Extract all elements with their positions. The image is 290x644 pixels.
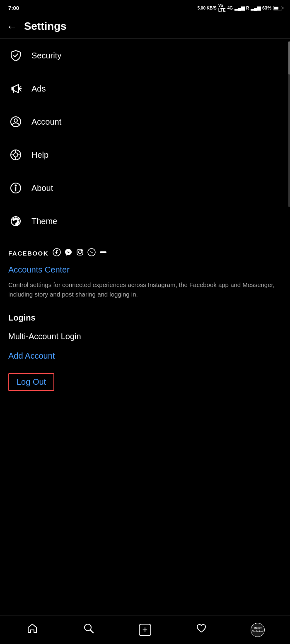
network-type: VoLTE <box>218 3 226 12</box>
megaphone-icon <box>8 81 23 96</box>
svg-point-18 <box>17 219 19 220</box>
logout-button[interactable]: Log Out <box>8 373 54 391</box>
svg-point-5 <box>14 119 17 122</box>
help-label: Help <box>31 150 48 160</box>
facebook-brand-label: FACEBOOK <box>8 250 48 257</box>
scrollbar-thumb <box>288 41 290 75</box>
menu-item-help[interactable]: Help <box>0 138 290 171</box>
search-icon <box>83 622 94 637</box>
scrollbar-track <box>288 41 290 207</box>
logins-title: Logins <box>8 313 282 323</box>
about-label: About <box>31 183 53 193</box>
avatar-label: Money Technical <box>252 627 263 633</box>
data-speed: 5.00 KB/S <box>198 6 217 10</box>
roaming-indicator: R <box>246 6 249 10</box>
info-circle-icon <box>8 181 23 195</box>
add-account-link[interactable]: Add Account <box>8 351 282 361</box>
svg-line-28 <box>90 630 93 633</box>
messenger-icon <box>64 248 72 258</box>
portal-icon <box>99 248 107 258</box>
svg-point-20 <box>16 223 18 225</box>
time: 7:00 <box>8 5 19 11</box>
status-bar: 7:00 5.00 KB/S VoLTE 4G ▂▄▆ R ▂▄▆ 63% <box>0 0 290 15</box>
logins-section: Logins Multi-Account Login Add Account <box>0 313 290 361</box>
battery-percent: 63% <box>262 5 271 10</box>
add-icon: + <box>139 624 151 636</box>
nav-heart[interactable] <box>173 622 230 637</box>
theme-label: Theme <box>31 217 57 226</box>
heart-icon <box>196 622 207 637</box>
signal-bars: ▂▄▆ <box>234 5 244 11</box>
logout-container: Log Out <box>0 373 290 391</box>
svg-point-25 <box>88 248 95 256</box>
battery-icon <box>273 6 283 10</box>
svg-line-3 <box>20 90 21 91</box>
accounts-center-link[interactable]: Accounts Center <box>8 265 282 275</box>
menu-item-security[interactable]: Security <box>0 39 290 72</box>
svg-point-14 <box>15 185 17 186</box>
nav-home[interactable] <box>4 622 60 637</box>
profile-avatar: Money Technical <box>251 623 265 637</box>
nav-search[interactable] <box>60 622 117 637</box>
shield-check-icon <box>8 48 23 63</box>
menu-item-about[interactable]: About <box>0 171 290 205</box>
lifebuoy-icon <box>8 147 23 162</box>
network-signal: 4G <box>227 6 233 10</box>
account-label: Account <box>31 117 61 127</box>
settings-content: Security Ads Account <box>0 39 290 391</box>
facebook-platform-icons <box>53 248 107 258</box>
person-circle-icon <box>8 114 23 129</box>
svg-rect-26 <box>100 251 106 253</box>
instagram-icon <box>76 248 84 258</box>
multi-account-login[interactable]: Multi-Account Login <box>8 332 282 341</box>
svg-point-17 <box>15 218 17 219</box>
svg-point-24 <box>82 250 82 251</box>
bottom-nav: + Money Technical <box>0 615 290 644</box>
whatsapp-icon <box>87 248 96 258</box>
back-button[interactable]: ← <box>7 21 17 32</box>
page-title: Settings <box>24 20 67 33</box>
home-icon <box>27 622 38 637</box>
header: ← Settings <box>0 15 290 39</box>
accounts-center-description: Control settings for connected experienc… <box>8 280 282 299</box>
svg-line-1 <box>20 86 21 87</box>
facebook-icon <box>53 248 61 258</box>
security-label: Security <box>31 51 61 60</box>
nav-add[interactable]: + <box>117 624 173 636</box>
facebook-header: FACEBOOK <box>8 248 282 258</box>
menu-item-theme[interactable]: Theme <box>0 205 290 238</box>
nav-profile[interactable]: Money Technical <box>230 623 286 637</box>
ads-label: Ads <box>31 84 46 94</box>
menu-item-account[interactable]: Account <box>0 105 290 138</box>
facebook-section: FACEBOOK <box>0 238 290 313</box>
signal-bars-2: ▂▄▆ <box>251 5 261 11</box>
svg-point-23 <box>79 251 82 254</box>
menu-item-ads[interactable]: Ads <box>0 72 290 105</box>
status-icons: 5.00 KB/S VoLTE 4G ▂▄▆ R ▂▄▆ 63% <box>198 3 284 12</box>
svg-point-16 <box>13 219 15 220</box>
palette-icon <box>8 214 23 229</box>
svg-point-7 <box>14 153 18 157</box>
